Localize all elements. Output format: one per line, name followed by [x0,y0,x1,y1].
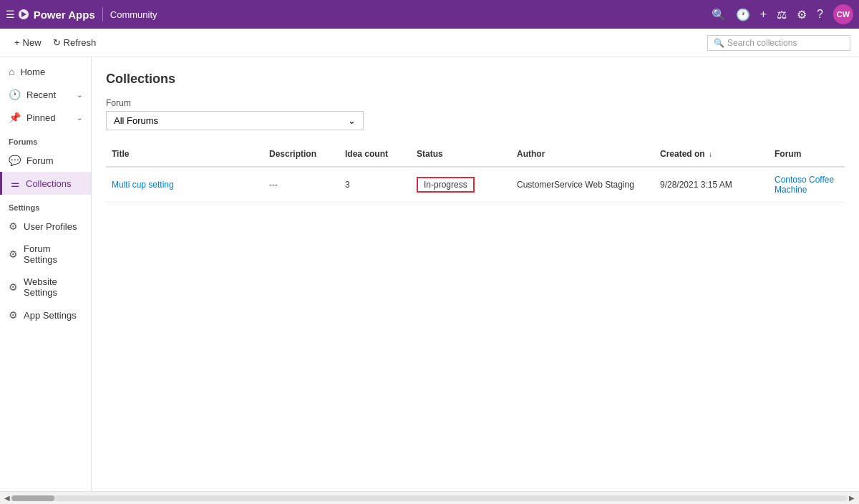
sidebar-item-label: Website Settings [24,276,82,298]
cell-author: CustomerService Web Staging [511,175,654,194]
col-status: Status [411,146,511,162]
collections-icon: ⚌ [11,178,20,189]
home-icon: ⌂ [9,66,14,77]
settings-group-label: Settings [0,195,91,215]
gear-icon: ⚙ [9,248,18,260]
sidebar-item-pinned[interactable]: 📌 Pinned ⌄ [0,106,91,129]
nav-icons: 🔍 🕐 + ⚖ ⚙ ? CW [712,4,853,24]
context-name: Community [110,9,157,20]
scroll-thumb [11,495,54,501]
col-created-on[interactable]: Created on ↓ [654,146,769,162]
nav-divider [102,7,103,21]
sidebar-item-label: User Profiles [24,221,77,232]
cell-forum[interactable]: Contoso Coffee Machine [769,170,845,199]
recent-icon: 🕐 [9,89,21,100]
gear-icon: ⚙ [9,220,18,232]
cell-idea-count: 3 [339,175,411,194]
top-navigation: ☰ Power Apps Community 🔍 🕐 + ⚖ ⚙ ? CW [0,0,859,29]
sidebar-item-label: Recent [26,89,56,100]
chevron-down-icon: ⌄ [77,91,82,99]
sidebar-item-label: Forum Settings [24,243,82,265]
sidebar-item-label: Forum [26,155,54,166]
sidebar: ⌂ Home 🕐 Recent ⌄ 📌 Pinned ⌄ Forums 💬 Fo… [0,57,92,491]
sidebar-item-forum-settings[interactable]: ⚙ Forum Settings [0,238,91,271]
refresh-button[interactable]: ↻ Refresh [47,34,102,51]
forum-icon: 💬 [9,155,21,166]
search-collections-box[interactable]: 🔍 Search collections [707,35,850,51]
content-area: Collections Forum All Forums ⌄ Title Des… [92,57,859,491]
cell-title[interactable]: Multi cup setting [106,175,263,194]
cell-status: In-progress [411,173,511,197]
filter-value: All Forums [114,115,158,126]
help-icon[interactable]: ? [817,8,823,21]
bottom-scrollbar: ◀ ▶ [0,491,859,504]
forum-filter-select[interactable]: All Forums ⌄ [106,111,364,130]
new-button[interactable]: + New [9,34,47,51]
app-name: Power Apps [34,9,95,21]
scroll-track[interactable] [11,495,848,501]
col-description: Description [263,146,339,162]
brand: Power Apps [18,9,95,21]
power-apps-logo-icon [18,9,29,20]
sidebar-item-label: Pinned [26,112,55,123]
forums-group-label: Forums [0,129,91,149]
settings-icon[interactable]: ⚙ [797,8,807,21]
col-author: Author [511,146,654,162]
search-icon: 🔍 [714,38,724,48]
collections-table: Title Description Idea count Status Auth… [106,142,845,203]
sidebar-item-label: App Settings [24,310,77,321]
scroll-left-arrow[interactable]: ◀ [3,494,11,502]
sub-navigation: + New ↻ Refresh 🔍 Search collections [0,29,859,57]
sidebar-item-app-settings[interactable]: ⚙ App Settings [0,304,91,326]
pin-icon: 📌 [9,112,21,123]
avatar[interactable]: CW [833,4,853,24]
col-title: Title [106,146,263,162]
sidebar-item-forum[interactable]: 💬 Forum [0,149,91,172]
main-layout: ⌂ Home 🕐 Recent ⌄ 📌 Pinned ⌄ Forums 💬 Fo… [0,57,859,491]
menu-icon[interactable]: ☰ [6,9,15,20]
plus-icon[interactable]: + [760,8,767,21]
cell-created-on: 9/28/2021 3:15 AM [654,175,769,194]
refresh-icon: ↻ [53,37,61,48]
search-icon[interactable]: 🔍 [712,8,726,21]
sidebar-item-label: Collections [26,178,72,189]
recent-icon[interactable]: 🕐 [736,8,750,21]
sort-down-icon: ↓ [709,150,712,158]
new-label: New [23,37,42,48]
chevron-down-icon: ⌄ [348,115,356,126]
sidebar-item-label: Home [20,67,45,77]
chevron-down-icon: ⌄ [77,114,82,122]
gear-icon: ⚙ [9,281,18,293]
sidebar-item-website-settings[interactable]: ⚙ Website Settings [0,271,91,304]
sidebar-item-user-profiles[interactable]: ⚙ User Profiles [0,215,91,238]
search-placeholder: Search collections [727,38,797,48]
sidebar-item-recent[interactable]: 🕐 Recent ⌄ [0,83,91,106]
cell-description: --- [263,175,339,194]
col-idea-count: Idea count [339,146,411,162]
page-title: Collections [106,72,845,87]
table-header: Title Description Idea count Status Auth… [106,142,845,168]
status-badge: In-progress [417,177,475,193]
table-row: Multi cup setting --- 3 In-progress Cust… [106,168,845,203]
filter-icon[interactable]: ⚖ [777,8,787,21]
sidebar-item-home[interactable]: ⌂ Home [0,60,91,83]
plus-icon: + [14,37,20,48]
sidebar-item-collections[interactable]: ⚌ Collections [0,172,91,195]
gear-icon: ⚙ [9,309,18,321]
col-forum: Forum [769,146,845,162]
forum-filter-section: Forum All Forums ⌄ [106,98,845,130]
refresh-label: Refresh [64,37,97,48]
scroll-right-arrow[interactable]: ▶ [848,494,856,502]
filter-label: Forum [106,98,845,108]
